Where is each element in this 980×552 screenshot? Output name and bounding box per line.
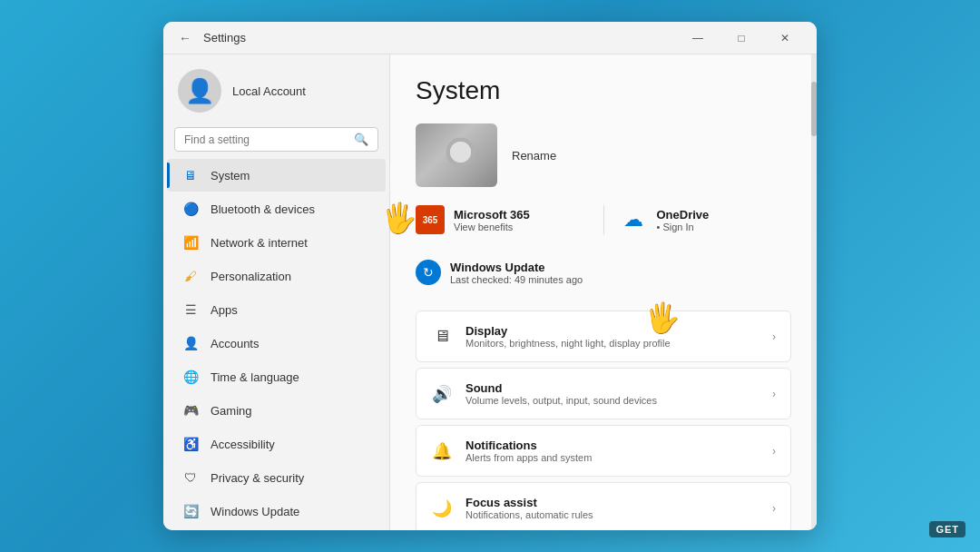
sidebar-item-label: Time & language <box>211 370 299 384</box>
chevron-right-icon: › <box>772 388 776 400</box>
scrollbar-thumb[interactable] <box>811 82 817 136</box>
sound-sub: Volume levels, output, input, sound devi… <box>466 395 760 406</box>
personalization-icon: 🖌 <box>181 267 200 285</box>
onedrive-sub: • Sign In <box>657 222 710 232</box>
display-icon: 🖥 <box>431 326 453 348</box>
sidebar-item-label: Gaming <box>211 404 252 418</box>
sound-row[interactable]: 🔊 Sound Volume levels, output, input, so… <box>416 368 791 419</box>
display-sub: Monitors, brightness, night light, displ… <box>466 338 760 349</box>
sidebar-item-personalization[interactable]: 🖌 Personalization <box>167 260 386 292</box>
sidebar-item-label: Accessibility <box>211 438 275 451</box>
avatar: 👤 <box>178 69 221 113</box>
sound-icon: 🔊 <box>431 383 453 405</box>
privacy-icon: 🛡 <box>181 468 200 487</box>
sidebar-item-time[interactable]: 🌐 Time & language <box>167 360 386 393</box>
quick-links: 365 Microsoft 365 View benefits ☁ OneDri… <box>416 205 791 234</box>
accounts-icon: 👤 <box>181 334 200 352</box>
wifi-icon: 📶 <box>181 233 200 251</box>
sidebar-nav: 🖥 System 🔵 Bluetooth & devices 📶 Network… <box>163 159 389 527</box>
sidebar-item-bluetooth[interactable]: 🔵 Bluetooth & devices <box>167 192 386 225</box>
sidebar-item-label: Windows Update <box>211 505 299 518</box>
onedrive-link[interactable]: ☁ OneDrive • Sign In <box>619 205 792 234</box>
sidebar-item-apps[interactable]: ☰ Apps <box>167 293 386 326</box>
sidebar-item-label: System <box>211 169 250 182</box>
wu-sub: Last checked: 49 minutes ago <box>450 274 583 285</box>
sidebar-item-label: Privacy & security <box>211 471 304 485</box>
sidebar-item-privacy[interactable]: 🛡 Privacy & security <box>167 461 386 494</box>
sidebar-item-accessibility[interactable]: ♿ Accessibility <box>167 428 386 460</box>
time-icon: 🌐 <box>181 368 200 386</box>
display-title: Display <box>466 324 760 338</box>
search-icon: 🔍 <box>354 133 368 146</box>
focus-assist-title: Focus assist <box>466 496 760 509</box>
user-thumbnail <box>416 123 497 187</box>
search-input[interactable] <box>184 133 348 146</box>
sidebar-item-label: Personalization <box>211 270 291 283</box>
page-title: System <box>416 76 791 105</box>
scrollbar-track[interactable] <box>811 54 817 530</box>
bluetooth-icon: 🔵 <box>181 200 200 218</box>
close-button[interactable]: ✕ <box>764 22 806 54</box>
display-row[interactable]: 🖥 Display Monitors, brightness, night li… <box>416 310 791 362</box>
m365-sub: View benefits <box>454 222 530 232</box>
chevron-right-icon: › <box>772 330 776 343</box>
main-panel: System Rename 365 Microsoft 365 View ben… <box>390 54 817 530</box>
onedrive-title: OneDrive <box>657 208 710 222</box>
sidebar-item-update[interactable]: 🔄 Windows Update <box>167 495 386 527</box>
m365-title: Microsoft 365 <box>454 208 530 222</box>
sidebar-item-system[interactable]: 🖥 System <box>167 159 386 192</box>
sidebar-item-gaming[interactable]: 🎮 Gaming <box>167 394 386 427</box>
m365-link[interactable]: 365 Microsoft 365 View benefits <box>416 205 589 234</box>
focus-assist-icon: 🌙 <box>431 498 453 519</box>
m365-icon: 365 <box>416 205 445 234</box>
focus-assist-sub: Notifications, automatic rules <box>466 509 760 520</box>
divider <box>603 205 604 234</box>
user-name-label: Local Account <box>232 84 306 98</box>
wu-title: Windows Update <box>450 261 583 274</box>
windows-update-row[interactable]: ↻ Windows Update Last checked: 49 minute… <box>416 252 791 292</box>
gaming-icon: 🎮 <box>181 401 200 419</box>
apps-icon: ☰ <box>181 301 200 319</box>
chevron-right-icon: › <box>772 502 776 515</box>
title-bar: ← Settings — □ ✕ <box>163 22 817 54</box>
settings-list: 🖥 Display Monitors, brightness, night li… <box>416 310 791 530</box>
sidebar-item-label: Apps <box>211 303 238 317</box>
sound-title: Sound <box>466 381 760 395</box>
maximize-button[interactable]: □ <box>720 22 762 54</box>
window-title: Settings <box>203 31 246 44</box>
sidebar-item-network[interactable]: 📶 Network & internet <box>167 226 386 259</box>
onedrive-icon: ☁ <box>619 205 648 234</box>
notifications-title: Notifications <box>466 439 760 452</box>
notifications-sub: Alerts from apps and system <box>466 452 760 463</box>
sidebar-item-label: Network & internet <box>211 236 308 250</box>
user-card-area: Rename <box>416 123 791 187</box>
sidebar-item-accounts[interactable]: 👤 Accounts <box>167 327 386 360</box>
notifications-icon: 🔔 <box>431 440 453 462</box>
system-icon: 🖥 <box>181 166 200 184</box>
chevron-right-icon: › <box>772 445 776 458</box>
search-box[interactable]: 🔍 <box>174 127 378 152</box>
update-icon: 🔄 <box>181 502 200 520</box>
wu-icon: ↻ <box>416 260 441 285</box>
minimize-button[interactable]: — <box>677 22 719 54</box>
sidebar: 👤 Local Account 🔍 🖥 System 🔵 Bluetooth &… <box>163 54 390 530</box>
sidebar-item-label: Accounts <box>211 337 259 350</box>
notifications-row[interactable]: 🔔 Notifications Alerts from apps and sys… <box>416 425 791 477</box>
accessibility-icon: ♿ <box>181 435 200 453</box>
focus-assist-row[interactable]: 🌙 Focus assist Notifications, automatic … <box>416 482 791 530</box>
watermark: GET <box>929 521 965 537</box>
back-button[interactable]: ← <box>174 27 196 49</box>
rename-button[interactable]: Rename <box>512 149 556 163</box>
user-profile-area[interactable]: 👤 Local Account <box>163 54 389 123</box>
window-controls: — □ ✕ <box>677 22 806 54</box>
sidebar-item-label: Bluetooth & devices <box>211 202 315 216</box>
